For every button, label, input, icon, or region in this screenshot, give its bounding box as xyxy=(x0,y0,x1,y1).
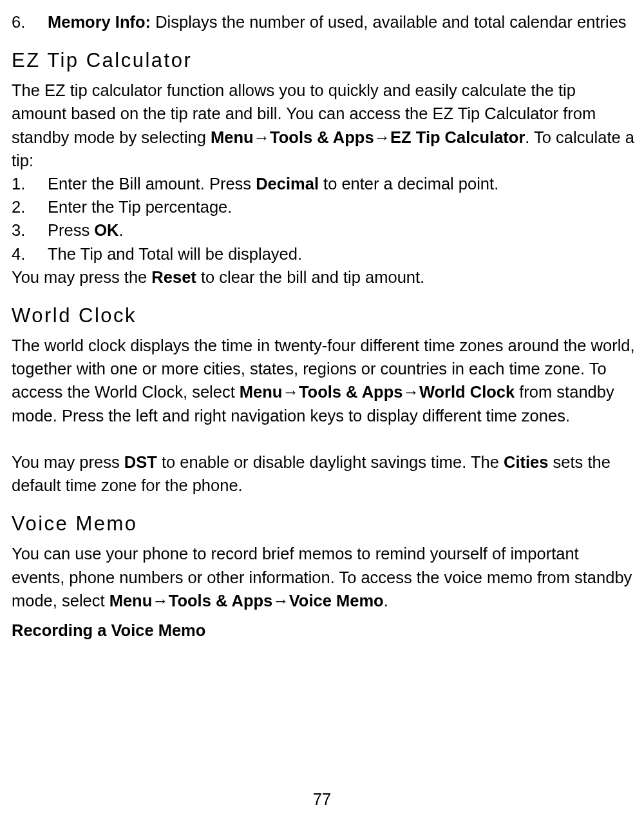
memory-info-rest: Displays the number of used, available a… xyxy=(151,13,627,31)
list-number: 4. xyxy=(12,242,48,266)
list-item: 2.Enter the Tip percentage. xyxy=(12,195,635,218)
list-number: 1. xyxy=(12,172,48,195)
subhead-recording: Recording a Voice Memo xyxy=(12,619,635,642)
page-number: 77 xyxy=(0,787,644,811)
list-item: 4.The Tip and Total will be displayed. xyxy=(12,242,635,266)
list-item-memory-info: 6. Memory Info: Displays the number of u… xyxy=(12,10,635,34)
heading-ez-tip: EZ Tip Calculator xyxy=(12,46,635,75)
heading-world-clock: World Clock xyxy=(12,302,635,330)
world-clock-p1: The world clock displays the time in twe… xyxy=(12,334,635,427)
list-number: 6. xyxy=(12,10,48,34)
list-number: 3. xyxy=(12,218,48,242)
voice-memo-p1: You can use your phone to record brief m… xyxy=(12,542,635,612)
heading-voice-memo: Voice Memo xyxy=(12,510,635,538)
list-item: 1.Enter the Bill amount. Press Decimal t… xyxy=(12,172,635,195)
list-text: Enter the Tip percentage. xyxy=(48,195,635,218)
list-text: Press OK. xyxy=(48,218,635,242)
list-number: 2. xyxy=(12,195,48,218)
ez-tip-after: You may press the Reset to clear the bil… xyxy=(12,266,635,289)
memory-info-label: Memory Info: xyxy=(48,13,151,31)
list-text: Enter the Bill amount. Press Decimal to … xyxy=(48,172,635,195)
world-clock-p2: You may press DST to enable or disable d… xyxy=(12,450,635,497)
list-text: Memory Info: Displays the number of used… xyxy=(48,10,635,34)
list-text: The Tip and Total will be displayed. xyxy=(48,242,635,266)
ez-tip-intro: The EZ tip calculator function allows yo… xyxy=(12,79,635,172)
list-item: 3.Press OK. xyxy=(12,218,635,242)
